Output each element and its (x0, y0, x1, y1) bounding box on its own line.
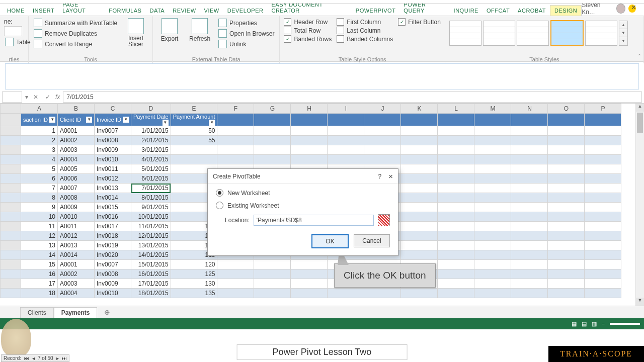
zoom-slider[interactable] (610, 323, 640, 325)
cell[interactable]: 10 (21, 212, 58, 222)
cell[interactable] (585, 279, 621, 289)
cell[interactable]: 7 (21, 184, 58, 193)
cell[interactable]: A0001 (58, 260, 95, 269)
cell[interactable] (291, 126, 328, 136)
cell[interactable] (474, 174, 511, 184)
table-style-gallery[interactable]: ▲▼▾ (449, 18, 628, 46)
cell[interactable] (217, 289, 254, 298)
cell[interactable]: A0007 (58, 184, 95, 193)
cell[interactable] (585, 260, 621, 269)
cell[interactable] (438, 164, 474, 174)
cell[interactable] (511, 250, 548, 260)
tab-design[interactable]: DESIGN (550, 5, 582, 16)
cell[interactable]: A0008 (58, 193, 95, 203)
view-layout-icon[interactable]: ▤ (582, 321, 587, 327)
cancel-formula-icon[interactable]: ✕ (31, 94, 40, 101)
cell[interactable]: 55 (171, 136, 217, 145)
filter-dropdown-icon[interactable]: ▾ (163, 120, 169, 126)
row-header[interactable] (1, 231, 21, 241)
cell[interactable]: Inv0014 (95, 193, 131, 203)
row-header[interactable] (1, 145, 21, 155)
cell[interactable] (254, 289, 291, 298)
cell[interactable]: 2 (21, 136, 58, 145)
cell[interactable] (474, 250, 511, 260)
cell[interactable]: 12/01/2015 (131, 231, 171, 241)
column-header[interactable]: A (21, 104, 58, 114)
column-header[interactable]: O (548, 104, 585, 114)
ok-button[interactable]: OK (311, 234, 349, 248)
cell[interactable]: 13 (21, 241, 58, 250)
cell[interactable] (217, 126, 254, 136)
cell[interactable] (291, 260, 328, 269)
cell[interactable]: 7/01/2015 (131, 184, 171, 193)
table-column-header[interactable]: Client ID▾ (58, 114, 95, 126)
cell[interactable]: Inv0017 (95, 222, 131, 231)
cell[interactable]: A0005 (58, 164, 95, 174)
tab-inquire[interactable]: INQUIRE (450, 6, 482, 16)
cell[interactable] (171, 145, 217, 155)
cell[interactable]: 120 (171, 260, 217, 269)
cell[interactable] (585, 203, 621, 212)
formula-input[interactable]: 7/01/2015 (63, 92, 642, 103)
cell[interactable]: Inv0013 (95, 184, 131, 193)
cell[interactable] (511, 164, 548, 174)
last-record-icon[interactable]: ⏭ (62, 355, 67, 361)
table-properties[interactable]: Properties (217, 18, 275, 28)
cell[interactable]: Inv0020 (95, 250, 131, 260)
cell[interactable] (474, 241, 511, 250)
row-header[interactable] (1, 184, 21, 193)
cell[interactable] (401, 164, 438, 174)
cell[interactable]: 130 (171, 279, 217, 289)
cell[interactable] (291, 269, 328, 279)
cell[interactable]: 11 (21, 222, 58, 231)
table-column-header[interactable]: saction ID▾ (21, 114, 58, 126)
cell[interactable] (254, 126, 291, 136)
location-input[interactable] (254, 215, 374, 226)
cell[interactable]: A0002 (58, 269, 95, 279)
cell[interactable] (328, 289, 364, 298)
cell[interactable]: Inv0011 (95, 164, 131, 174)
cell[interactable] (438, 193, 474, 203)
cell[interactable] (217, 155, 254, 164)
cell[interactable] (217, 269, 254, 279)
record-navigator[interactable]: Record: ⏮ ◂ 7 of 50 ▸ ⏭ (1, 354, 69, 362)
cell[interactable]: Inv0009 (95, 279, 131, 289)
cell[interactable] (438, 279, 474, 289)
cell[interactable] (254, 145, 291, 155)
scroll-thumb[interactable] (637, 113, 643, 133)
cell[interactable] (474, 155, 511, 164)
cell[interactable] (474, 136, 511, 145)
next-record-icon[interactable]: ▸ (56, 355, 59, 361)
name-box-dropdown-icon[interactable]: ▾ (25, 94, 28, 101)
collapse-ribbon-icon[interactable]: ˄ (638, 53, 641, 60)
cell[interactable] (585, 184, 621, 193)
export-button[interactable]: Export (157, 18, 182, 42)
cell[interactable]: Inv0008 (95, 269, 131, 279)
cell[interactable]: A0003 (58, 279, 95, 289)
cell[interactable]: A0002 (58, 136, 95, 145)
cell[interactable]: 14/01/2015 (131, 250, 171, 260)
cell[interactable]: 9/01/2015 (131, 203, 171, 212)
cell[interactable] (548, 155, 585, 164)
cell[interactable] (401, 145, 438, 155)
sheet-tab-clients[interactable]: Clients (20, 307, 54, 318)
column-header[interactable]: D (131, 104, 171, 114)
cell[interactable] (254, 279, 291, 289)
cell[interactable] (254, 269, 291, 279)
dialog-help-icon[interactable]: ? (378, 173, 382, 180)
cell[interactable] (511, 174, 548, 184)
cell[interactable] (438, 126, 474, 136)
view-pagebreak-icon[interactable]: ▥ (592, 321, 597, 327)
table-column-header[interactable]: Payment Amount▾ (171, 114, 217, 126)
insert-slicer[interactable]: Insert Slicer (123, 18, 148, 47)
column-header[interactable]: N (511, 104, 548, 114)
tab-data[interactable]: DATA (145, 6, 169, 16)
column-header[interactable]: E (171, 104, 217, 114)
cell[interactable] (511, 241, 548, 250)
cell[interactable]: 1 (21, 126, 58, 136)
cell[interactable] (474, 145, 511, 155)
cell[interactable] (585, 241, 621, 250)
cell[interactable] (511, 203, 548, 212)
column-header[interactable]: C (95, 104, 131, 114)
cell[interactable] (585, 136, 621, 145)
